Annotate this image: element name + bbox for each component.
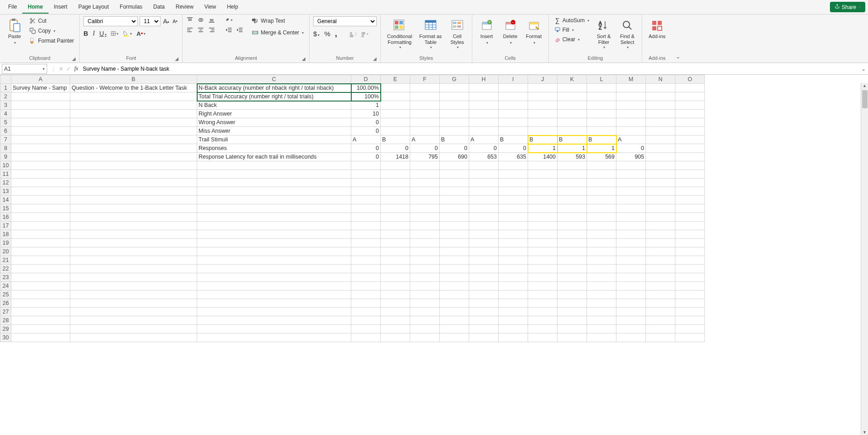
col-header-N[interactable]: N (646, 75, 675, 84)
cell-L10[interactable] (587, 161, 616, 170)
cell-I26[interactable] (499, 299, 528, 308)
comma-button[interactable]: , (335, 29, 337, 39)
cell-N2[interactable] (646, 92, 675, 101)
cell-C19[interactable] (197, 239, 351, 247)
cell-N23[interactable] (646, 273, 675, 282)
cell-E8[interactable]: 0 (381, 144, 410, 153)
cell-K25[interactable] (558, 290, 587, 299)
cell-O30[interactable] (675, 334, 705, 342)
cell-B20[interactable] (70, 247, 197, 256)
row-header-13[interactable]: 13 (0, 187, 11, 196)
cell-J4[interactable] (528, 110, 558, 118)
cell-L14[interactable] (587, 196, 616, 204)
cell-A2[interactable] (11, 92, 70, 101)
cell-H9[interactable]: 653 (469, 153, 499, 161)
cell-A17[interactable] (11, 222, 70, 230)
cell-B26[interactable] (70, 299, 197, 308)
cell-F19[interactable] (410, 239, 440, 247)
cell-L8[interactable]: 1 (587, 144, 616, 153)
share-button[interactable]: Share ▾ (830, 2, 865, 12)
cell-H22[interactable] (469, 265, 499, 273)
cell-F20[interactable] (410, 247, 440, 256)
cell-B17[interactable] (70, 222, 197, 230)
cell-C28[interactable] (197, 316, 351, 325)
cell-O5[interactable] (675, 118, 705, 127)
paste-button[interactable]: Paste▾ (4, 16, 25, 47)
row-header-11[interactable]: 11 (0, 170, 11, 179)
cell-C3[interactable]: N Back (197, 101, 351, 110)
cell-O21[interactable] (675, 256, 705, 265)
col-header-H[interactable]: H (469, 75, 499, 84)
cell-I24[interactable] (499, 282, 528, 290)
cell-H8[interactable]: 0 (469, 144, 499, 153)
cell-O13[interactable] (675, 187, 705, 196)
row-header-22[interactable]: 22 (0, 265, 11, 273)
cell-H20[interactable] (469, 247, 499, 256)
cell-H10[interactable] (469, 161, 499, 170)
autosum-button[interactable]: ∑AutoSum▾ (553, 16, 591, 24)
cell-O2[interactable] (675, 92, 705, 101)
cell-I18[interactable] (499, 230, 528, 239)
cell-M4[interactable] (616, 110, 646, 118)
row-header-4[interactable]: 4 (0, 110, 11, 118)
cell-O15[interactable] (675, 204, 705, 213)
cell-N7[interactable] (646, 135, 675, 144)
cell-J15[interactable] (528, 204, 558, 213)
decrease-font-icon[interactable]: A▾ (171, 18, 179, 25)
cell-G24[interactable] (440, 282, 469, 290)
cell-D17[interactable] (351, 222, 381, 230)
row-header-12[interactable]: 12 (0, 179, 11, 187)
cell-D26[interactable] (351, 299, 381, 308)
cell-M8[interactable]: 0 (616, 144, 646, 153)
cell-O19[interactable] (675, 239, 705, 247)
cell-F8[interactable]: 0 (410, 144, 440, 153)
cell-L9[interactable]: 569 (587, 153, 616, 161)
cell-I4[interactable] (499, 110, 528, 118)
row-header-14[interactable]: 14 (0, 196, 11, 204)
insert-cells-button[interactable]: + Insert▾ (476, 16, 498, 47)
cell-I20[interactable] (499, 247, 528, 256)
cell-L25[interactable] (587, 290, 616, 299)
cell-K2[interactable] (558, 92, 587, 101)
cell-G25[interactable] (440, 290, 469, 299)
cell-N11[interactable] (646, 170, 675, 179)
cell-J9[interactable]: 1400 (528, 153, 558, 161)
cell-D4[interactable]: 10 (351, 110, 381, 118)
cell-C9[interactable]: Response Latency for each trail in milli… (197, 153, 351, 161)
cell-O17[interactable] (675, 222, 705, 230)
row-header-26[interactable]: 26 (0, 299, 11, 308)
cell-H18[interactable] (469, 230, 499, 239)
menu-tab-help[interactable]: Help (222, 1, 244, 14)
cell-J23[interactable] (528, 273, 558, 282)
cell-A29[interactable] (11, 325, 70, 334)
cell-E19[interactable] (381, 239, 410, 247)
cell-G20[interactable] (440, 247, 469, 256)
align-center-icon[interactable] (197, 26, 204, 34)
cell-E1[interactable] (381, 84, 410, 92)
cell-B13[interactable] (70, 187, 197, 196)
cell-C16[interactable] (197, 213, 351, 222)
number-format-select[interactable]: General (313, 16, 377, 26)
row-header-23[interactable]: 23 (0, 273, 11, 282)
cell-I25[interactable] (499, 290, 528, 299)
cell-F28[interactable] (410, 316, 440, 325)
col-header-E[interactable]: E (381, 75, 410, 84)
cell-N12[interactable] (646, 179, 675, 187)
cell-C26[interactable] (197, 299, 351, 308)
wrap-text-button[interactable]: ab Wrap Text (250, 16, 305, 25)
cell-F6[interactable] (410, 127, 440, 135)
cell-O23[interactable] (675, 273, 705, 282)
cell-E4[interactable] (381, 110, 410, 118)
align-bottom-icon[interactable] (208, 16, 215, 24)
cell-I16[interactable] (499, 213, 528, 222)
cell-K8[interactable]: 1 (558, 144, 587, 153)
format-painter-button[interactable]: Format Painter (27, 36, 76, 45)
cell-G23[interactable] (440, 273, 469, 282)
cell-M12[interactable] (616, 179, 646, 187)
cell-A15[interactable] (11, 204, 70, 213)
cell-G2[interactable] (440, 92, 469, 101)
merge-center-button[interactable]: Merge & Center▾ (250, 28, 305, 37)
align-left-icon[interactable] (186, 26, 194, 34)
cell-G27[interactable] (440, 308, 469, 316)
orientation-icon[interactable]: ab▾ (225, 16, 233, 24)
